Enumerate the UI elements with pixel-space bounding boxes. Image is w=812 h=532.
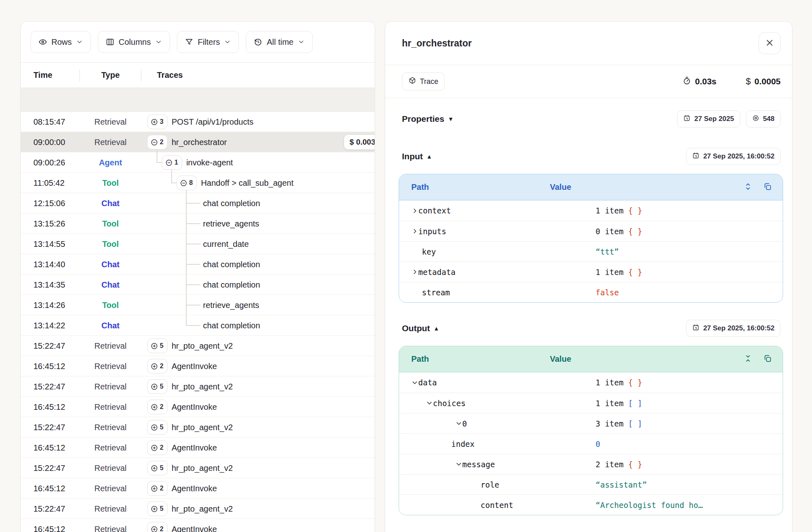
expand-count-badge[interactable]: 5 xyxy=(147,339,168,353)
trace-row[interactable]: 13:14:26Toolretrieve_agents xyxy=(21,295,375,315)
expand-count-badge[interactable]: 5 xyxy=(147,379,168,394)
trace-row[interactable]: 15:22:47Retrieval5hr_pto_agent_v2 xyxy=(21,499,375,519)
json-row[interactable]: metadata1 item { } xyxy=(399,262,783,282)
trace-type: Chat xyxy=(80,199,141,208)
trace-type: Retrieval xyxy=(80,117,141,127)
trace-name: AgentInvoke xyxy=(172,362,217,371)
trace-type-label: Trace xyxy=(420,77,438,86)
plus-circle-icon xyxy=(150,118,158,126)
filters-dropdown-label: Filters xyxy=(198,37,220,47)
trace-tree-cell: 2AgentInvoke xyxy=(141,437,375,458)
trace-time: 16:45:12 xyxy=(21,525,80,532)
trace-name: chat completion xyxy=(203,280,260,290)
json-key: context xyxy=(418,206,451,215)
json-row[interactable]: message2 item { } xyxy=(399,454,783,474)
input-label: Input xyxy=(402,152,423,161)
minus-circle-icon xyxy=(180,179,188,187)
path-column-header: Path xyxy=(411,182,429,192)
input-toggle[interactable]: Input ▴ xyxy=(402,152,431,161)
time-range-dropdown-button[interactable]: All time xyxy=(246,31,313,53)
json-row[interactable]: 03 item [ ] xyxy=(399,413,783,433)
trace-type: Chat xyxy=(80,260,141,269)
plus-circle-icon xyxy=(150,383,158,391)
properties-toggle[interactable]: Properties ▾ xyxy=(402,114,452,124)
expand-count-badge[interactable]: 5 xyxy=(147,501,168,516)
expand-count-badge[interactable]: 2 xyxy=(147,440,168,455)
span-count: 8 xyxy=(189,179,193,187)
copy-button[interactable] xyxy=(763,182,772,192)
expand-count-badge[interactable]: 2 xyxy=(147,481,168,496)
trace-row[interactable]: 16:45:12Retrieval2AgentInvoke xyxy=(21,437,375,458)
copy-button[interactable] xyxy=(763,354,772,364)
filters-dropdown-button[interactable]: Filters xyxy=(177,31,239,53)
tree-connector-line xyxy=(186,264,201,265)
chevron-down-icon xyxy=(224,38,231,46)
collapse-count-badge[interactable]: 8 xyxy=(177,176,197,190)
trace-row[interactable]: 13:14:22Chatchat completion xyxy=(21,315,375,336)
properties-badges: 27 Sep 2025 548 xyxy=(677,110,781,128)
plus-circle-icon xyxy=(150,342,158,350)
json-key: key xyxy=(422,247,436,256)
expand-count-badge[interactable]: 2 xyxy=(147,359,168,374)
trace-name: retrieve_agents xyxy=(203,219,259,229)
json-value: “Archeologist found ho… xyxy=(596,501,703,510)
trace-row[interactable]: 11:05:42Tool8Handoff > call_sub_agent xyxy=(21,173,375,193)
trace-row[interactable]: 16:45:12Retrieval2AgentInvoke xyxy=(21,478,375,499)
trace-tree-cell: 5hr_pto_agent_v2 xyxy=(141,376,375,397)
expand-count-badge[interactable]: 2 xyxy=(147,522,168,532)
close-button[interactable] xyxy=(759,32,781,54)
trace-name: Handoff > call_sub_agent xyxy=(201,178,293,188)
trace-row[interactable]: 09:00:00Retrieval2hr_orchestrator$ 0.003 xyxy=(21,132,375,152)
copy-icon xyxy=(763,182,772,192)
trace-tree-cell: 3POST /api/v1/products xyxy=(141,112,375,132)
trace-row[interactable]: 13:14:55Toolcurrent_date xyxy=(21,234,375,254)
trace-time: 09:00:00 xyxy=(21,138,80,147)
trace-row[interactable]: 15:22:47Retrieval5hr_pto_agent_v2 xyxy=(21,336,375,356)
json-key: metadata xyxy=(418,268,456,277)
trace-row[interactable]: 16:45:12Retrieval2AgentInvoke xyxy=(21,397,375,417)
trace-row[interactable]: 16:45:12Retrieval2AgentInvoke xyxy=(21,519,375,532)
columns-dropdown-button[interactable]: Columns xyxy=(98,31,170,53)
rows-dropdown-button[interactable]: Rows xyxy=(31,31,91,53)
trace-type: Tool xyxy=(80,301,141,310)
expand-count-badge[interactable]: 5 xyxy=(147,461,168,475)
span-count: 5 xyxy=(160,424,163,431)
json-row[interactable]: context1 item { } xyxy=(399,200,783,221)
json-key: 0 xyxy=(462,419,467,428)
collapse-all-button[interactable] xyxy=(744,354,752,364)
trace-row[interactable]: 13:14:35Chatchat completion xyxy=(21,275,375,295)
trace-row[interactable]: 16:45:12Retrieval2AgentInvoke xyxy=(21,356,375,376)
trace-row[interactable]: 15:22:47Retrieval5hr_pto_agent_v2 xyxy=(21,417,375,437)
token-count-badge: 548 xyxy=(746,110,781,128)
trace-row[interactable]: 09:00:26Agent1invoke-agent xyxy=(21,152,375,173)
collapse-count-badge[interactable]: 2 xyxy=(147,135,168,149)
input-timestamp-value: 27 Sep 2025, 16:00:52 xyxy=(703,152,774,160)
trace-row[interactable]: 15:22:47Retrieval5hr_pto_agent_v2 xyxy=(21,458,375,478)
trace-type: Retrieval xyxy=(80,504,141,514)
expand-count-badge[interactable]: 3 xyxy=(147,114,168,129)
minus-circle-icon xyxy=(150,138,158,146)
json-key: stream xyxy=(422,288,450,297)
trace-row[interactable]: 15:22:47Retrieval5hr_pto_agent_v2 xyxy=(21,376,375,397)
expand-all-button[interactable] xyxy=(744,182,752,192)
json-row[interactable]: data1 item { } xyxy=(399,372,783,393)
trace-row[interactable]: 12:15:06Chatchat completion xyxy=(21,193,375,213)
json-value: 1 item { } xyxy=(596,268,642,277)
trace-row[interactable]: 13:15:26Toolretrieve_agents xyxy=(21,213,375,234)
trace-time: 16:45:12 xyxy=(21,484,80,493)
minus-circle-icon xyxy=(165,159,173,167)
expand-count-badge[interactable]: 2 xyxy=(147,400,168,414)
trace-row[interactable]: 13:14:40Chatchat completion xyxy=(21,254,375,275)
json-key: role xyxy=(481,480,499,489)
output-json-rows: data1 item { }choices1 item [ ]03 item [… xyxy=(399,372,783,515)
output-toggle[interactable]: Output ▴ xyxy=(402,323,438,333)
collapse-count-badge[interactable]: 1 xyxy=(162,155,182,170)
expand-count-badge[interactable]: 5 xyxy=(147,420,168,435)
input-json-header: Path Value xyxy=(399,174,783,200)
output-json-viewer: Path Value data1 item { }choices1 item [… xyxy=(399,346,783,515)
json-row[interactable]: choices1 item [ ] xyxy=(399,393,783,413)
plus-circle-icon xyxy=(150,444,158,452)
trace-row[interactable]: 08:15:47Retrieval3POST /api/v1/products xyxy=(21,112,375,132)
json-row[interactable]: inputs0 item { } xyxy=(399,221,783,241)
tree-connector-line xyxy=(186,315,187,326)
